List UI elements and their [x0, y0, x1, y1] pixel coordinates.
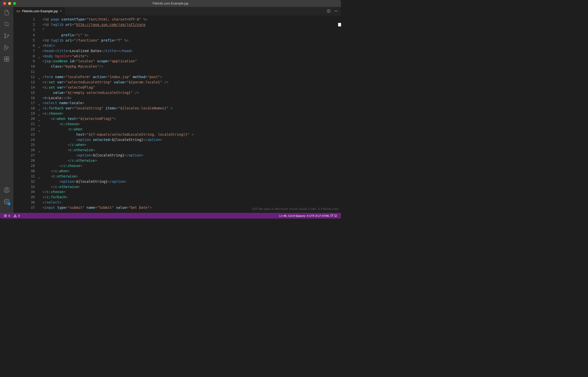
- svg-rect-6: [5, 57, 7, 59]
- overview-ruler-marker[interactable]: [338, 23, 341, 27]
- svg-point-11: [6, 188, 8, 190]
- code-editor[interactable]: 123456⌄78⌄9101112⌄1314151617⌄18⌄19⌄20⌄21…: [13, 16, 341, 213]
- svg-rect-7: [5, 59, 7, 61]
- svg-rect-8: [7, 59, 9, 61]
- svg-point-19: [337, 11, 338, 12]
- vscode-window: FileInfo.com Example.jsp: [0, 0, 341, 219]
- status-bar: 0 0 Ln 49, Col 8 Spaces: 4 UTF-8 LF HTML: [0, 213, 341, 219]
- line-number-gutter[interactable]: 123456⌄78⌄9101112⌄1314151617⌄18⌄19⌄20⌄21…: [13, 16, 42, 213]
- svg-point-2: [5, 34, 6, 35]
- search-icon[interactable]: [4, 21, 10, 27]
- close-tab-icon[interactable]: [60, 10, 62, 13]
- status-eol[interactable]: LF: [318, 214, 321, 217]
- svg-point-3: [5, 37, 6, 38]
- svg-point-12: [6, 201, 8, 203]
- files-icon[interactable]: [4, 10, 10, 16]
- svg-point-4: [8, 35, 9, 36]
- svg-point-18: [336, 11, 336, 12]
- status-language-mode[interactable]: HTML: [322, 214, 330, 217]
- code-content[interactable]: <%@ page contentType="text/html; charset…: [42, 16, 341, 213]
- jsp-file-icon: <>: [16, 9, 20, 13]
- extensions-icon[interactable]: [4, 56, 10, 62]
- titlebar[interactable]: FileInfo.com Example.jsp: [0, 0, 341, 7]
- svg-point-17: [335, 11, 335, 12]
- settings-gear-icon[interactable]: [4, 199, 10, 205]
- source-control-icon[interactable]: [4, 33, 10, 39]
- editor-tabs: <> FileInfo.com Example.jsp: [13, 7, 341, 16]
- status-cursor-position[interactable]: Ln 49, Col 8: [279, 214, 295, 217]
- account-icon[interactable]: [4, 187, 10, 193]
- status-encoding[interactable]: UTF-8: [309, 214, 317, 217]
- svg-point-5: [4, 48, 7, 50]
- svg-point-0: [5, 22, 8, 26]
- status-feedback-icon[interactable]: [330, 214, 334, 218]
- status-bell-icon[interactable]: [334, 214, 337, 218]
- window-title: FileInfo.com Example.jsp: [0, 2, 341, 5]
- status-errors[interactable]: 0: [2, 214, 12, 217]
- more-actions-icon[interactable]: [334, 9, 338, 14]
- activitybar: [0, 7, 13, 213]
- status-indentation[interactable]: Spaces: 4: [296, 214, 309, 217]
- svg-line-1: [8, 25, 9, 27]
- status-warnings[interactable]: 0: [12, 214, 21, 217]
- split-editor-icon[interactable]: [327, 9, 331, 14]
- run-debug-icon[interactable]: [4, 44, 10, 50]
- tab-fileinfo-example-jsp[interactable]: <> FileInfo.com Example.jsp: [13, 7, 65, 16]
- svg-rect-9: [7, 57, 9, 59]
- tab-label: FileInfo.com Example.jsp: [22, 10, 58, 13]
- svg-point-24: [15, 217, 15, 217]
- fileinfo-watermark: JSP file open in Microsoft Visual Studio…: [252, 207, 338, 212]
